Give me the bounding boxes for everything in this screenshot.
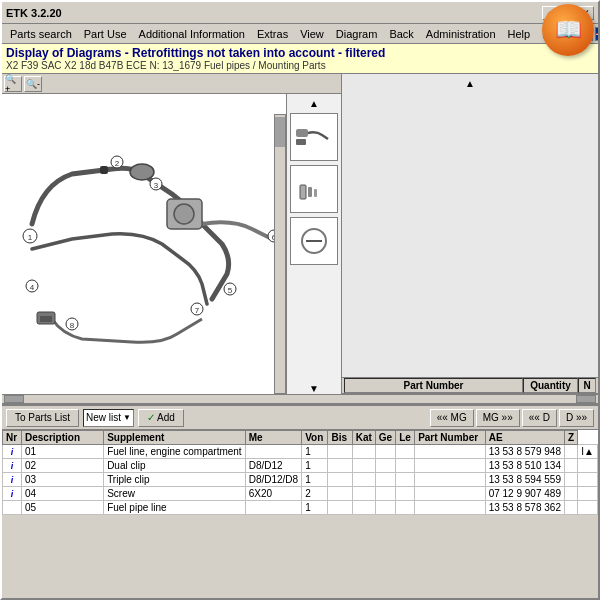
table-row[interactable]: i03Triple clipD8/D12/D8113 53 8 594 559 xyxy=(3,473,598,487)
cell-le xyxy=(415,487,486,501)
add-button[interactable]: ✓ Add xyxy=(138,409,184,427)
cell-bis xyxy=(352,473,375,487)
cell-le xyxy=(415,501,486,515)
table-header-row: Nr Description Supplement Me Von Bis Kat… xyxy=(3,431,598,445)
new-list-label: New list xyxy=(86,412,121,423)
right-table-headers: Part Number Quantity N xyxy=(342,378,598,394)
cell-description: Dual clip xyxy=(104,459,246,473)
cell-kat xyxy=(375,487,395,501)
cell-z xyxy=(578,487,598,501)
h-scroll-right[interactable] xyxy=(576,395,596,403)
col-ge: Ge xyxy=(375,431,395,445)
svg-text:5: 5 xyxy=(227,286,232,295)
svg-text:7: 7 xyxy=(194,306,199,315)
toolbar-left: To Parts List New list ▼ ✓ Add xyxy=(6,409,184,427)
zoom-in-button[interactable]: 🔍+ xyxy=(4,76,22,92)
cell-bis xyxy=(352,445,375,459)
cell-supplement xyxy=(245,445,301,459)
cell-me: 1 xyxy=(302,501,328,515)
toolbar-right: «« MG MG »» «« D D »» xyxy=(430,409,594,427)
col-header-quantity: Quantity xyxy=(523,378,578,393)
menu-bar: Parts search Part Use Additional Informa… xyxy=(2,24,598,44)
cell-me: 1 xyxy=(302,473,328,487)
right-panel-scroll-up[interactable]: ▲ xyxy=(465,78,475,89)
thumbnail-panel: ▲ xyxy=(286,94,341,394)
svg-text:8: 8 xyxy=(69,321,74,330)
zoom-out-button[interactable]: 🔍- xyxy=(24,76,42,92)
svg-point-2 xyxy=(174,204,194,224)
thumb-arrow-up[interactable]: ▲ xyxy=(309,98,319,109)
menu-part-use[interactable]: Part Use xyxy=(78,26,133,42)
cell-ge xyxy=(396,473,415,487)
cell-supplement: D8/D12 xyxy=(245,459,301,473)
cell-nr: 01 xyxy=(22,445,104,459)
svg-text:1: 1 xyxy=(27,233,32,242)
new-list-dropdown[interactable]: New list ▼ xyxy=(83,409,134,427)
svg-rect-24 xyxy=(296,139,306,145)
menu-extras[interactable]: Extras xyxy=(251,26,294,42)
table-row[interactable]: i04Screw6X20207 12 9 907 489 xyxy=(3,487,598,501)
col-part-number: Part Number xyxy=(415,431,486,445)
table-row[interactable]: i02Dual clipD8/D12113 53 8 510 134 xyxy=(3,459,598,473)
diagram-scrollbar-v[interactable] xyxy=(274,114,286,394)
horizontal-scrollbar[interactable] xyxy=(2,394,598,404)
diagram-panel: 🔍+ 🔍- xyxy=(2,74,342,394)
cell-nr: 03 xyxy=(22,473,104,487)
col-supplement: Supplement xyxy=(104,431,246,445)
svg-text:4: 4 xyxy=(29,283,34,292)
cell-part-number: 07 12 9 907 489 xyxy=(485,487,564,501)
to-parts-list-button[interactable]: To Parts List xyxy=(6,409,79,427)
thumbnail-item-1[interactable] xyxy=(290,113,338,161)
col-nr: Nr xyxy=(3,431,22,445)
cell-kat xyxy=(375,473,395,487)
h-scroll-left[interactable] xyxy=(4,395,24,403)
menu-additional-info[interactable]: Additional Information xyxy=(133,26,251,42)
thumb-arrow-down[interactable]: ▼ xyxy=(309,383,319,394)
add-label: Add xyxy=(157,412,175,423)
cell-von xyxy=(328,445,352,459)
new-list-arrow[interactable]: ▼ xyxy=(123,413,131,422)
thumbnail-item-2[interactable] xyxy=(290,165,338,213)
scrollbar-thumb[interactable] xyxy=(275,117,285,147)
logo-icon: 📖 xyxy=(555,17,582,43)
cell-nr: 04 xyxy=(22,487,104,501)
cell-le xyxy=(415,473,486,487)
cell-ge xyxy=(396,459,415,473)
table-row[interactable]: 05Fuel pipe line113 53 8 578 362 xyxy=(3,501,598,515)
cell-bis xyxy=(352,501,375,515)
mg-prev-button[interactable]: «« MG xyxy=(430,409,474,427)
col-me: Me xyxy=(245,431,301,445)
cell-part-number: 13 53 8 579 948 xyxy=(485,445,564,459)
parts-toolbar: To Parts List New list ▼ ✓ Add «« MG MG … xyxy=(2,406,598,430)
col-bis: Bis xyxy=(328,431,352,445)
table-row[interactable]: i01Fuel line, engine compartment113 53 8… xyxy=(3,445,598,459)
cell-z: I▲ xyxy=(578,445,598,459)
menu-administration[interactable]: Administration xyxy=(420,26,502,42)
thumbnail-item-3[interactable] xyxy=(290,217,338,265)
mg-next-button[interactable]: MG »» xyxy=(476,409,520,427)
cell-info-icon: i xyxy=(3,487,22,501)
cell-ae xyxy=(564,473,577,487)
svg-rect-26 xyxy=(308,187,312,197)
cell-info-icon: i xyxy=(3,473,22,487)
d-prev-button[interactable]: «« D xyxy=(522,409,557,427)
cell-description: Triple clip xyxy=(104,473,246,487)
svg-rect-25 xyxy=(300,185,306,199)
cell-bis xyxy=(352,487,375,501)
cell-z xyxy=(578,459,598,473)
cell-supplement xyxy=(245,501,301,515)
col-von: Von xyxy=(302,431,328,445)
cell-part-number: 13 53 8 510 134 xyxy=(485,459,564,473)
col-description: Description xyxy=(22,431,104,445)
svg-rect-5 xyxy=(40,316,52,322)
menu-diagram[interactable]: Diagram xyxy=(330,26,384,42)
menu-view[interactable]: View xyxy=(294,26,330,42)
menu-parts-search[interactable]: Parts search xyxy=(4,26,78,42)
cell-me: 2 xyxy=(302,487,328,501)
cell-bis xyxy=(352,459,375,473)
logo-circle: 📖 xyxy=(542,4,594,56)
menu-back[interactable]: Back xyxy=(383,26,419,42)
col-header-part-number: Part Number xyxy=(344,378,523,393)
d-next-button[interactable]: D »» xyxy=(559,409,594,427)
page-title: Display of Diagrams - Retrofittings not … xyxy=(6,46,385,60)
